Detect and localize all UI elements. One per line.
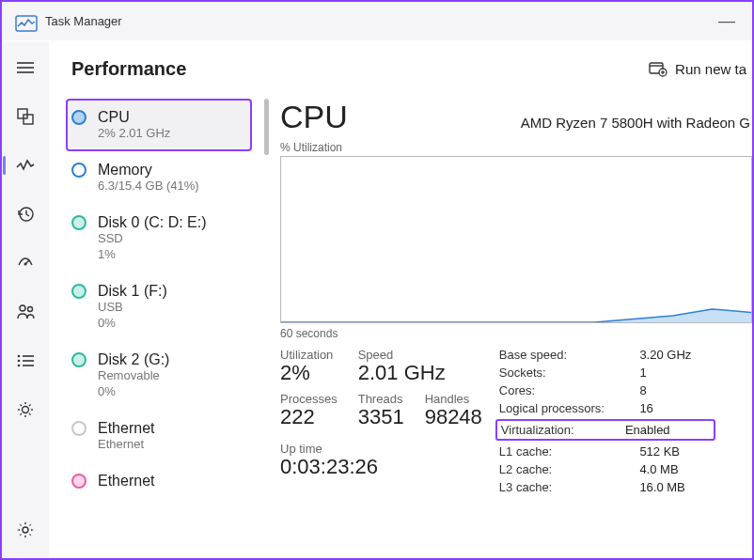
chart-top-label: % Utilization bbox=[280, 141, 752, 154]
nav-history[interactable] bbox=[7, 195, 44, 233]
stat-value: 3.20 GHz bbox=[639, 348, 715, 362]
stat-value: 1 bbox=[639, 366, 715, 380]
resource-name: Disk 1 (F:) bbox=[98, 282, 167, 300]
resource-name: CPU bbox=[98, 108, 170, 126]
run-new-icon bbox=[649, 62, 668, 77]
handles-label: Handles bbox=[425, 392, 482, 406]
nav-processes[interactable] bbox=[7, 98, 44, 135]
threads-value: 3351 bbox=[358, 406, 404, 428]
resource-name: Ethernet bbox=[98, 472, 154, 490]
content: Performance Run new ta CPU2% 2.01 GHzMem… bbox=[49, 41, 752, 558]
svg-point-11 bbox=[18, 355, 21, 358]
nav-services[interactable] bbox=[7, 391, 44, 428]
resource-dot-icon bbox=[71, 284, 86, 299]
resource-list: CPU2% 2.01 GHzMemory6.3/15.4 GB (41%)Dis… bbox=[49, 93, 263, 558]
titlebar: Task Manager — bbox=[2, 2, 752, 41]
stat-key: Cores: bbox=[499, 383, 629, 397]
resource-name: Ethernet bbox=[98, 419, 154, 437]
resource-dot-icon bbox=[71, 110, 86, 125]
speed-value: 2.01 GHz bbox=[358, 362, 482, 384]
svg-rect-4 bbox=[18, 109, 27, 118]
resource-name: Disk 0 (C: D: E:) bbox=[98, 213, 207, 231]
stat-value: Enabled bbox=[625, 423, 710, 437]
resource-item-disk-2-g-[interactable]: Disk 2 (G:)Removable0% bbox=[66, 341, 252, 410]
resource-sub: SSD bbox=[98, 231, 207, 247]
content-header: Performance Run new ta bbox=[49, 41, 752, 93]
resource-dot-icon bbox=[71, 163, 86, 178]
detail-header: CPU AMD Ryzen 7 5800H with Radeon G bbox=[280, 99, 752, 135]
page-title: Performance bbox=[71, 58, 186, 80]
stat-key: Base speed: bbox=[499, 348, 629, 362]
stat-value: 16 bbox=[639, 401, 715, 415]
stats: Utilization 2% Speed 2.01 GHz Processes … bbox=[280, 348, 752, 494]
scrollbar[interactable] bbox=[264, 99, 269, 155]
resource-item-memory[interactable]: Memory6.3/15.4 GB (41%) bbox=[66, 151, 252, 204]
body: CPU2% 2.01 GHzMemory6.3/15.4 GB (41%)Dis… bbox=[49, 93, 752, 558]
app-icon bbox=[15, 15, 32, 28]
chart-bottom-label: 60 seconds bbox=[280, 327, 752, 340]
app-title: Task Manager bbox=[45, 14, 122, 28]
utilization-value: 2% bbox=[280, 362, 338, 384]
uptime-value: 0:03:23:26 bbox=[280, 456, 482, 478]
nav-settings[interactable] bbox=[7, 511, 44, 549]
resource-dot-icon bbox=[71, 474, 86, 489]
svg-point-18 bbox=[23, 527, 28, 533]
stat-key: L2 cache: bbox=[499, 462, 629, 476]
resource-sub2: 0% bbox=[98, 316, 167, 332]
resource-sub: Removable bbox=[98, 368, 169, 384]
stat-value: 16.0 MB bbox=[639, 480, 715, 494]
processes-label: Processes bbox=[280, 392, 338, 406]
handles-value: 98248 bbox=[425, 406, 482, 428]
threads-label: Threads bbox=[358, 392, 404, 406]
stat-value: 512 KB bbox=[639, 444, 715, 459]
minimize-button[interactable]: — bbox=[718, 11, 735, 31]
nav-startup[interactable] bbox=[7, 244, 44, 282]
resource-name: Memory bbox=[98, 161, 199, 179]
resource-item-disk-1-f-[interactable]: Disk 1 (F:)USB0% bbox=[66, 272, 252, 341]
resource-sub: USB bbox=[98, 300, 167, 316]
svg-point-10 bbox=[28, 307, 33, 312]
main: Performance Run new ta CPU2% 2.01 GHzMem… bbox=[2, 41, 752, 558]
nav-performance[interactable] bbox=[7, 147, 44, 184]
stat-key: Virtualization: bbox=[501, 423, 614, 437]
resource-item-ethernet[interactable]: Ethernet bbox=[66, 462, 252, 499]
run-new-task-button[interactable]: Run new ta bbox=[649, 61, 746, 77]
resource-sub2: 1% bbox=[98, 247, 207, 263]
svg-point-17 bbox=[23, 407, 29, 413]
stats-right: Base speed:3.20 GHzSockets:1Cores:8Logic… bbox=[499, 348, 715, 494]
resource-sub: Ethernet bbox=[98, 437, 154, 453]
detail-title: CPU bbox=[280, 99, 348, 135]
utilization-label: Utilization bbox=[280, 348, 338, 362]
speed-label: Speed bbox=[358, 348, 482, 362]
detail-pane: CPU AMD Ryzen 7 5800H with Radeon G % Ut… bbox=[263, 93, 752, 558]
svg-rect-5 bbox=[24, 115, 33, 124]
stat-key: L3 cache: bbox=[499, 480, 629, 494]
svg-point-13 bbox=[18, 360, 21, 363]
svg-point-9 bbox=[20, 305, 25, 311]
svg-line-8 bbox=[25, 260, 29, 264]
resource-sub2: 0% bbox=[98, 384, 169, 400]
uptime-label: Up time bbox=[280, 442, 482, 456]
stat-key: Sockets: bbox=[499, 366, 629, 380]
hamburger-icon[interactable] bbox=[7, 49, 44, 86]
utilization-chart[interactable] bbox=[280, 156, 752, 323]
stat-value: 4.0 MB bbox=[639, 462, 715, 476]
processes-value: 222 bbox=[280, 406, 338, 428]
resource-dot-icon bbox=[71, 352, 86, 367]
resource-item-cpu[interactable]: CPU2% 2.01 GHz bbox=[66, 99, 252, 151]
nav-users[interactable] bbox=[7, 293, 44, 331]
stat-value: 8 bbox=[639, 383, 715, 397]
nav-details[interactable] bbox=[7, 342, 44, 380]
resource-sub: 6.3/15.4 GB (41%) bbox=[98, 179, 199, 194]
resource-dot-icon bbox=[71, 421, 86, 436]
stats-left: Utilization 2% Speed 2.01 GHz Processes … bbox=[280, 348, 482, 494]
svg-point-15 bbox=[18, 365, 21, 367]
resource-sub: 2% 2.01 GHz bbox=[98, 126, 170, 142]
resource-dot-icon bbox=[71, 215, 86, 230]
run-new-label: Run new ta bbox=[675, 61, 746, 77]
virtualization-row: Virtualization:Enabled bbox=[495, 419, 715, 441]
stat-key: Logical processors: bbox=[499, 401, 629, 415]
cpu-model: AMD Ryzen 7 5800H with Radeon G bbox=[521, 115, 750, 131]
resource-item-disk-0-c-d-e-[interactable]: Disk 0 (C: D: E:)SSD1% bbox=[66, 204, 252, 272]
resource-item-ethernet[interactable]: EthernetEthernet bbox=[66, 410, 252, 462]
